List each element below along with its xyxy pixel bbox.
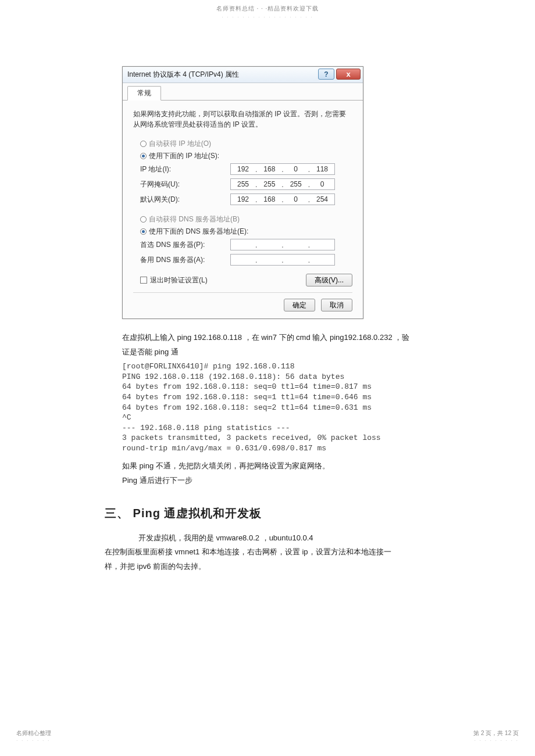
subnet-mask-row: 子网掩码(U): 255. 255. 255. 0 [133, 178, 352, 190]
panel-body: 如果网络支持此功能，则可以获取自动指派的 IP 设置。否则，您需要从网络系统管理… [123, 101, 363, 318]
section-heading: 三、 Ping 通虚拟机和开发板 [105, 502, 442, 524]
ip-octet[interactable] [231, 255, 255, 265]
ip-octet[interactable] [284, 239, 308, 250]
paragraph: 在虚拟机上输入 ping 192.168.0.118 ，在 win7 下的 cm… [122, 331, 442, 345]
ip-octet[interactable]: 0 [284, 164, 308, 174]
footer-right-text: 第 2 页，共 12 页 [473, 729, 519, 737]
validate-settings-label: 退出时验证设置(L) [150, 275, 208, 285]
paragraph: 样，并把 ipv6 前面的勾去掉。 [105, 560, 442, 574]
ip-octet[interactable]: 0 [310, 179, 334, 189]
radio-manual-dns-label: 使用下面的 DNS 服务器地址(E): [149, 227, 248, 237]
footer-dots: · · · · · · · · · [473, 737, 519, 743]
close-button[interactable]: x [336, 69, 361, 80]
paragraph: Ping 通后进行下一步 [122, 474, 442, 488]
paragraph: 开发虚拟机，我用的是 vmware8.0.2 ，ubuntu10.0.4 [122, 531, 442, 546]
radio-auto-ip-row[interactable]: 自动获得 IP 地址(O) [133, 139, 352, 149]
ip-octet[interactable]: 0 [284, 194, 308, 205]
footer-right: 第 2 页，共 12 页 · · · · · · · · · [473, 729, 519, 743]
header-dots: · · · · · · · · · · · · · · · · · · [0, 14, 535, 31]
page-content: Internet 协议版本 4 (TCP/IPv4) 属性 ? x 常规 如果网… [0, 31, 535, 574]
ip-octet[interactable] [310, 255, 334, 265]
footer-left-text: 名师精心整理 [16, 729, 51, 737]
page-header: 名师资料总结 · · ·精品资料欢迎下载 [0, 0, 535, 14]
ip-octet[interactable] [257, 255, 281, 265]
ip-octet[interactable]: 192 [231, 164, 255, 174]
primary-dns-label: 首选 DNS 服务器(P): [140, 240, 230, 250]
cancel-button[interactable]: 取消 [321, 299, 352, 311]
subnet-mask-input[interactable]: 255. 255. 255. 0 [230, 178, 335, 190]
ip-octet[interactable]: 255 [284, 179, 308, 189]
tab-general[interactable]: 常规 [127, 86, 161, 101]
gateway-input[interactable]: 192. 168. 0. 254 [230, 194, 335, 205]
ip-octet[interactable]: 168 [257, 194, 281, 205]
help-button[interactable]: ? [318, 69, 334, 80]
dialog-titlebar: Internet 协议版本 4 (TCP/IPv4) 属性 ? x [123, 67, 363, 83]
tcpip-properties-dialog: Internet 协议版本 4 (TCP/IPv4) 属性 ? x 常规 如果网… [122, 66, 363, 319]
ip-octet[interactable]: 118 [310, 164, 334, 174]
ip-octet[interactable]: 254 [310, 194, 334, 205]
ip-octet[interactable] [284, 255, 308, 265]
primary-dns-input[interactable]: . . . [230, 239, 335, 250]
radio-auto-dns-row[interactable]: 自动获得 DNS 服务器地址(B) [133, 214, 352, 224]
ok-button[interactable]: 确定 [284, 299, 315, 311]
checkbox-icon [140, 277, 147, 284]
validate-settings-checkbox-row[interactable]: 退出时验证设置(L) [140, 275, 208, 285]
ip-octet[interactable] [310, 239, 334, 250]
paragraph: 证是否能 ping 通 [122, 345, 442, 360]
advanced-button[interactable]: 高级(V)... [306, 274, 352, 286]
gateway-row: 默认网关(D): 192. 168. 0. 254 [133, 194, 352, 205]
ip-octet[interactable] [257, 239, 281, 250]
alternate-dns-row: 备用 DNS 服务器(A): . . . [133, 254, 352, 266]
terminal-output: [root@FORLINX6410]# ping 192.168.0.118 P… [122, 361, 442, 453]
dialog-buttons: 确定 取消 [133, 292, 352, 311]
body-text: 在虚拟机上输入 ping 192.168.0.118 ，在 win7 下的 cm… [122, 331, 442, 574]
advanced-row: 退出时验证设置(L) 高级(V)... [133, 274, 352, 286]
page-footer: 名师精心整理 · · · · · · · 第 2 页，共 12 页 · · · … [0, 729, 535, 743]
ip-octet[interactable]: 255 [257, 179, 281, 189]
ip-address-input[interactable]: 192. 168. 0. 118 [230, 163, 335, 175]
ip-address-row: IP 地址(I): 192. 168. 0. 118 [133, 163, 352, 175]
radio-manual-dns-row[interactable]: 使用下面的 DNS 服务器地址(E): [133, 227, 352, 237]
intro-text: 如果网络支持此功能，则可以获取自动指派的 IP 设置。否则，您需要从网络系统管理… [133, 109, 352, 130]
radio-auto-ip-label: 自动获得 IP 地址(O) [149, 139, 211, 149]
gateway-label: 默认网关(D): [140, 195, 230, 205]
radio-auto-dns-label: 自动获得 DNS 服务器地址(B) [149, 214, 240, 224]
dialog-title: Internet 协议版本 4 (TCP/IPv4) 属性 [127, 70, 239, 80]
tabs-row: 常规 [123, 83, 363, 101]
alternate-dns-input[interactable]: . . . [230, 254, 335, 266]
radio-manual-ip-row[interactable]: 使用下面的 IP 地址(S): [133, 151, 352, 161]
ip-octet[interactable]: 192 [231, 194, 255, 205]
mask-label: 子网掩码(U): [140, 180, 230, 189]
alternate-dns-label: 备用 DNS 服务器(A): [140, 255, 230, 265]
ip-octet[interactable]: 255 [231, 179, 255, 189]
radio-icon [140, 141, 147, 147]
paragraph: 在控制面板里面桥接 vmnet1 和本地连接，右击网桥，设置 ip，设置方法和本… [105, 545, 442, 560]
window-controls: ? x [318, 69, 361, 80]
radio-icon [140, 153, 147, 159]
footer-left: 名师精心整理 · · · · · · · [16, 729, 51, 743]
radio-manual-ip-label: 使用下面的 IP 地址(S): [149, 151, 219, 161]
footer-dots: · · · · · · · [16, 737, 51, 743]
paragraph: 如果 ping 不通，先把防火墙关闭，再把网络设置为家庭网络。 [122, 459, 442, 474]
ip-label: IP 地址(I): [140, 164, 230, 174]
radio-icon [140, 228, 147, 235]
ip-octet[interactable] [231, 239, 255, 250]
ip-octet[interactable]: 168 [257, 164, 281, 174]
radio-icon [140, 216, 147, 223]
primary-dns-row: 首选 DNS 服务器(P): . . . [133, 239, 352, 250]
